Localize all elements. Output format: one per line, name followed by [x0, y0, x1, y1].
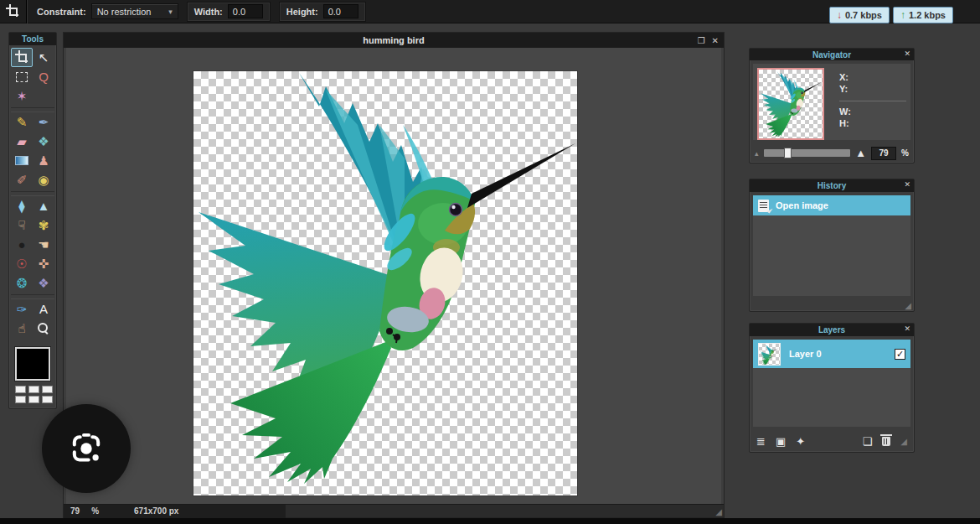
nav-y-label: Y:	[839, 84, 906, 96]
navigator-thumbnail[interactable]	[757, 68, 824, 140]
tool-color-picker[interactable]: ✑	[11, 299, 33, 319]
nav-w-label: W:	[839, 106, 906, 118]
status-well: 79 % 671x700 px	[64, 505, 286, 518]
upload-arrow-icon: ↑	[900, 9, 905, 21]
history-title-bar[interactable]: History ✕	[750, 179, 914, 192]
delete-layer-icon[interactable]	[882, 437, 890, 446]
swatch-cell[interactable]	[15, 386, 26, 393]
tools-divider	[11, 294, 54, 298]
tools-panel-title[interactable]: Tools	[9, 33, 56, 45]
tool-sponge[interactable]: ✾	[33, 215, 54, 235]
restore-window-icon[interactable]: ❐	[698, 36, 705, 45]
layer-row-0[interactable]: Layer 0 ✓	[753, 340, 910, 368]
height-label: Height:	[286, 7, 318, 17]
tool-color-replace[interactable]: ✐	[11, 170, 33, 189]
constraint-value: No restriction	[97, 7, 152, 17]
canvas-status-bar: 79 % 671x700 px ◢	[64, 504, 724, 517]
layers-resize-grip[interactable]: ◢	[900, 437, 907, 446]
tool-hand[interactable]: ☝	[11, 319, 33, 338]
marquee-icon	[16, 72, 28, 82]
canvas-title-bar[interactable]: humming bird ❐ ✕	[64, 33, 724, 48]
crop-icon	[17, 52, 28, 63]
tool-wand[interactable]: ✶	[11, 86, 33, 106]
layer-mask-icon[interactable]: ▣	[776, 435, 786, 448]
history-panel: History ✕ Open image ◢	[749, 179, 915, 312]
tool-pinch[interactable]: ❖	[33, 273, 54, 293]
layer-thumbnail-image	[760, 345, 779, 366]
tool-burn[interactable]: ☚	[33, 235, 54, 254]
new-layer-icon[interactable]: ❏	[863, 435, 873, 448]
zoom-in-icon[interactable]: ▲	[855, 147, 866, 159]
width-input[interactable]: 0.0	[228, 4, 263, 18]
layer-label[interactable]: Layer 0	[789, 349, 886, 359]
foreground-color-swatch[interactable]	[15, 347, 50, 381]
swatch-cell[interactable]	[42, 386, 53, 393]
navigator-title-bar[interactable]: Navigator ✕	[750, 49, 914, 60]
constraint-label: Constraint:	[37, 7, 86, 17]
tool-brush[interactable]: ✒	[33, 112, 54, 132]
tool-bloat[interactable]: ❂	[11, 273, 33, 293]
tool-blur[interactable]: ⧫	[11, 196, 33, 215]
canvas-viewport[interactable]	[64, 48, 724, 504]
tool-gradient[interactable]	[11, 151, 33, 170]
height-group: Height: 0.0	[279, 2, 366, 22]
layer-visibility-checkbox[interactable]: ✓	[895, 349, 905, 360]
tool-dodge[interactable]: ●	[11, 235, 33, 254]
layer-thumbnail	[758, 343, 781, 366]
swatch-cell[interactable]	[28, 396, 39, 403]
hummingbird-artwork	[193, 71, 577, 495]
tool-marquee[interactable]	[11, 67, 33, 86]
tool-shape[interactable]: ◉	[33, 170, 54, 189]
status-zoom-value[interactable]: 79	[70, 506, 80, 516]
swatch-cell[interactable]	[15, 396, 26, 403]
zoom-out-icon[interactable]: ▴	[755, 149, 759, 158]
navigator-fields: X: Y: W: H:	[839, 72, 906, 140]
history-close-icon[interactable]: ✕	[904, 180, 910, 189]
close-window-icon[interactable]: ✕	[712, 36, 719, 45]
history-title: History	[818, 181, 846, 190]
tool-zoom[interactable]	[33, 319, 54, 338]
tool-clone-stamp[interactable]: ♟	[33, 151, 54, 170]
tool-type[interactable]: A	[33, 299, 54, 319]
tool-lasso[interactable]: Q	[33, 67, 54, 86]
window-resize-grip[interactable]: ◢	[715, 507, 722, 516]
navigator-thumbnail-image	[760, 70, 822, 139]
gradient-icon	[15, 156, 28, 165]
tool-crop[interactable]	[11, 48, 33, 67]
navigator-close-icon[interactable]: ✕	[904, 49, 910, 58]
tool-move[interactable]: ↖	[33, 48, 54, 67]
tool-pencil[interactable]: ✎	[11, 112, 33, 132]
tool-smudge[interactable]: ☟	[11, 215, 33, 235]
constraint-dropdown[interactable]: No restriction ▾	[91, 3, 178, 19]
tool-red-eye[interactable]: ☉	[11, 254, 33, 273]
layers-footer: ≣ ▣ ✦ ❏ ◢	[750, 430, 914, 452]
tool-eraser[interactable]: ▰	[11, 132, 33, 151]
google-lens-button[interactable]	[42, 404, 131, 493]
height-input[interactable]: 0.0	[323, 4, 358, 18]
tools-divider	[11, 191, 54, 195]
zoom-slider-handle[interactable]	[784, 148, 792, 158]
layers-title-bar[interactable]: Layers ✕	[750, 324, 914, 336]
canvas-image-hummingbird[interactable]	[193, 71, 577, 495]
swatch-grid[interactable]	[15, 386, 56, 403]
upload-rate: 1.2 kbps	[909, 10, 946, 20]
crop-icon	[8, 6, 18, 17]
tool-spot-heal[interactable]: ✜	[33, 254, 54, 273]
tool-sharpen[interactable]: ▲	[33, 196, 54, 215]
pixlr-editor-app: { "icons": { "close": "✕", "restore": "❐…	[0, 0, 980, 524]
zoom-slider[interactable]	[764, 149, 851, 157]
swatch-cell[interactable]	[42, 396, 53, 403]
layer-settings-icon[interactable]: ≣	[756, 435, 766, 448]
layer-styles-icon[interactable]: ✦	[796, 435, 805, 448]
nav-h-label: H:	[839, 118, 906, 130]
chevron-down-icon: ▾	[168, 8, 173, 16]
status-dimensions: 671x700 px	[134, 506, 178, 516]
tools-grid: ↖Q✶✎✒▰❖♟✐◉⧫▲☟✾●☚☉✜❂❖✑A☝	[9, 45, 56, 340]
zoom-value-input[interactable]: 79	[871, 147, 896, 160]
history-resize-grip[interactable]: ◢	[905, 301, 911, 310]
tool-bucket[interactable]: ❖	[33, 132, 54, 151]
swatch-cell[interactable]	[28, 386, 39, 393]
layers-close-icon[interactable]: ✕	[904, 324, 910, 333]
history-entry-open-image[interactable]: Open image	[753, 195, 910, 215]
layers-title: Layers	[818, 325, 845, 335]
